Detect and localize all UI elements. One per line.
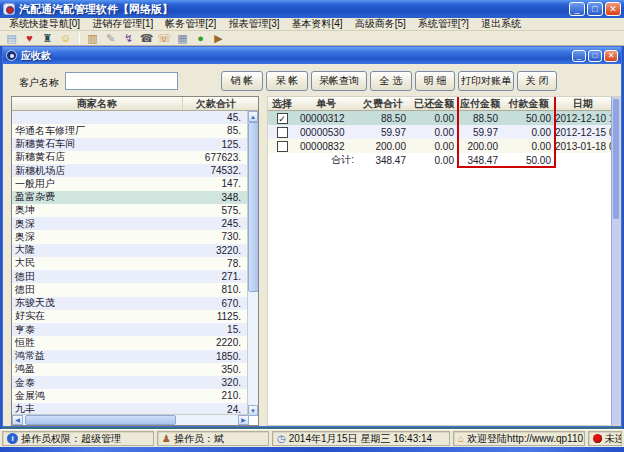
merchant-name-header: 商家名称 <box>12 97 183 110</box>
merchant-row[interactable]: 恒胜2220. <box>12 336 249 349</box>
bank-icon[interactable]: ♜ <box>39 32 56 45</box>
totals-repaid: 0.00 <box>410 155 458 166</box>
dialog-close-icon[interactable]: ✕ <box>604 50 618 62</box>
merchant-row[interactable]: 东骏天茂670. <box>12 297 249 310</box>
minimize-icon[interactable]: _ <box>569 2 585 16</box>
repaid-cell: 0.00 <box>410 113 458 124</box>
merchant-name-cell: 金展鸿 <box>12 389 183 403</box>
order-no-cell: 00000832 <box>296 141 356 152</box>
edit-icon-glyph: ✎ <box>106 33 115 44</box>
globe-icon[interactable]: ● <box>192 32 209 45</box>
status-bar: i 操作员权限：超级管理 ♟ 操作员：斌 ◷ 2014年1月15日 星期三 16… <box>0 429 624 447</box>
merchant-row[interactable]: 德田271. <box>12 270 249 283</box>
merchant-name-cell: 好实在 <box>12 309 183 323</box>
scroll-thumb[interactable] <box>613 99 619 219</box>
edit-icon[interactable]: ✎ <box>102 32 119 45</box>
bad-debt-query-button[interactable]: 呆帐查询 <box>311 71 367 91</box>
main-window-title: 汽配通汽配管理软件【网络版】 <box>19 2 569 17</box>
fax-icon[interactable]: ☏ <box>156 32 173 45</box>
close-button[interactable]: 关 闭 <box>517 71 557 91</box>
menu-item-1[interactable]: 进销存管理[1] <box>87 17 158 31</box>
merchant-row[interactable]: 大民78. <box>12 257 249 270</box>
merchant-name-cell: 金泰 <box>12 376 183 390</box>
menu-item-0[interactable]: 系统快捷导航[0] <box>4 17 85 31</box>
notebook-icon[interactable]: ▥ <box>84 32 101 45</box>
merchant-row[interactable]: 新穗黄石车间125. <box>12 138 249 151</box>
info-icon: i <box>7 433 18 444</box>
datetime-text: 2014年1月15日 星期三 16:43:14 <box>289 432 432 446</box>
merchant-row[interactable]: 鸿常益1850. <box>12 350 249 363</box>
merchant-row[interactable]: 华通名车修理厂85. <box>12 124 249 137</box>
calculator-icon[interactable]: ▦ <box>174 32 191 45</box>
order-row[interactable]: 0000053059.970.0059.970.002012-12-15 00:… <box>268 125 611 139</box>
scroll-track[interactable] <box>23 415 238 425</box>
dialog-maximize-icon[interactable]: □ <box>588 50 602 62</box>
welcome-text[interactable]: 欢迎登陆http://www.qp110.com <box>467 432 585 446</box>
menu-item-2[interactable]: 帐务管理[2] <box>160 17 221 31</box>
dialog-minimize-icon[interactable]: _ <box>572 50 586 62</box>
merchant-row[interactable]: 45. <box>12 111 249 124</box>
scroll-down-icon[interactable]: ▼ <box>248 405 258 416</box>
merchant-row[interactable]: 奥坤575. <box>12 204 249 217</box>
menu-item-5[interactable]: 高级商务[5] <box>350 17 411 31</box>
lightning-icon[interactable]: ↯ <box>120 32 137 45</box>
menu-bar: 系统快捷导航[0]进销存管理[1]帐务管理[2]报表管理[3]基本资料[4]高级… <box>0 18 624 31</box>
restore-icon[interactable]: □ <box>587 2 603 16</box>
merchant-row[interactable]: 金泰320. <box>12 376 249 389</box>
exit-icon[interactable]: ▶ <box>210 32 227 45</box>
smiley-icon[interactable]: ☺ <box>57 32 74 45</box>
detail-button[interactable]: 明 细 <box>415 71 455 91</box>
orders-vertical-scrollbar[interactable] <box>611 97 620 425</box>
merchant-total-cell: 350. <box>183 364 249 375</box>
merchant-name-cell: 新穗黄石店 <box>12 150 183 164</box>
dialog-button-row: 销 帐呆 帐呆帐查询全 选明 细打印对账单关 闭 <box>221 71 557 91</box>
menu-item-7[interactable]: 退出系统 <box>476 17 526 31</box>
merchant-total-cell: 125. <box>183 139 249 150</box>
orders-panel: 选择单号欠费合计已还金额应付金额付款金额日期 ✓0000031288.500.0… <box>267 96 621 426</box>
status-datetime: ◷ 2014年1月15日 星期三 16:43:14 <box>272 431 450 446</box>
write-off-button[interactable]: 销 帐 <box>221 71 263 91</box>
scroll-right-icon[interactable]: ▶ <box>238 415 249 425</box>
row-checkbox[interactable] <box>277 141 288 152</box>
scroll-thumb[interactable] <box>248 122 259 292</box>
merchant-row[interactable]: 奥深730. <box>12 230 249 243</box>
merchant-total-cell: 78. <box>183 258 249 269</box>
scroll-left-icon[interactable]: ◀ <box>12 415 23 425</box>
phone-icon[interactable]: ☎ <box>138 32 155 45</box>
main-titlebar: 汽配通汽配管理软件【网络版】 _ □ ✕ <box>0 0 624 18</box>
merchant-row[interactable]: 亨泰15. <box>12 323 249 336</box>
merchant-row[interactable]: 盈富杂费348. <box>12 191 249 204</box>
globe-icon-glyph: ● <box>197 33 204 44</box>
merchant-row[interactable]: 新穗机场店74532. <box>12 164 249 177</box>
print-statement-button[interactable]: 打印对账单 <box>458 71 514 91</box>
merchant-name-cell: 新穗黄石车间 <box>12 137 183 151</box>
menu-item-6[interactable]: 系统管理[?] <box>413 17 474 31</box>
printer-icon[interactable]: ▤ <box>3 32 20 45</box>
debt-total-header: 欠款合计 <box>183 97 249 110</box>
heart-icon[interactable]: ♥ <box>21 32 38 45</box>
close-icon[interactable]: ✕ <box>605 2 621 16</box>
merchants-horizontal-scrollbar[interactable]: ◀ ▶ <box>12 414 249 425</box>
row-checkbox[interactable]: ✓ <box>277 113 288 124</box>
merchant-row[interactable]: 好实在1125. <box>12 310 249 323</box>
totals-owed: 348.47 <box>356 155 410 166</box>
order-row[interactable]: 00000832200.000.00200.000.002013-01-18 0… <box>268 139 611 153</box>
merchant-row[interactable]: 奥深245. <box>12 217 249 230</box>
order-row[interactable]: ✓0000031288.500.0088.5050.002012-12-10 1… <box>268 111 611 125</box>
bad-debt-button[interactable]: 呆 帐 <box>266 71 308 91</box>
merchant-row[interactable]: 大隆3220. <box>12 244 249 257</box>
merchant-row[interactable]: 一般用户147. <box>12 177 249 190</box>
merchant-row[interactable]: 鸿盈350. <box>12 363 249 376</box>
merchants-vertical-scrollbar[interactable]: ▲ ▼ <box>247 111 258 416</box>
customer-name-input[interactable] <box>65 72 178 90</box>
select-all-button[interactable]: 全 选 <box>370 71 412 91</box>
menu-item-3[interactable]: 报表管理[3] <box>223 17 284 31</box>
merchant-row[interactable]: 新穗黄石店677623. <box>12 151 249 164</box>
merchant-row[interactable]: 德田810. <box>12 283 249 296</box>
scroll-up-icon[interactable]: ▲ <box>248 111 258 122</box>
row-checkbox[interactable] <box>277 127 288 138</box>
menu-item-4[interactable]: 基本资料[4] <box>287 17 348 31</box>
date-cell: 2012-12-15 00:00:0 <box>555 127 611 138</box>
scroll-thumb[interactable] <box>25 415 176 425</box>
merchant-row[interactable]: 金展鸿210. <box>12 389 249 402</box>
